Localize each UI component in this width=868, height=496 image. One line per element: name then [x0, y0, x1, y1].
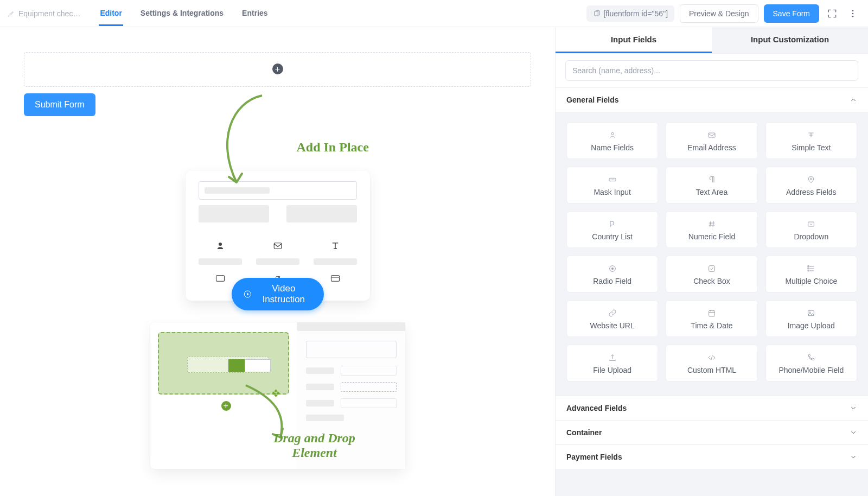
save-form-button[interactable]: Save Form	[764, 4, 819, 23]
field-tile-numeric[interactable]: Numeric Field	[666, 211, 757, 248]
more-vertical-icon	[848, 9, 858, 18]
image-icon	[769, 308, 853, 318]
fullscreen-button[interactable]	[825, 6, 840, 21]
field-tile-html[interactable]: Custom HTML	[666, 345, 757, 381]
checkbox-icon	[669, 264, 754, 274]
svg-rect-23	[808, 310, 814, 315]
user-icon	[215, 241, 225, 251]
field-tile-dropdown[interactable]: Dropdown	[765, 211, 857, 248]
fullscreen-icon	[827, 8, 838, 19]
illus-card-top: Video Instruction	[186, 170, 370, 301]
tab-input-customization[interactable]: Input Customization	[712, 27, 868, 53]
section-container-label: Container	[566, 428, 602, 437]
field-tile-label: Dropdown	[769, 232, 853, 241]
field-tile-url[interactable]: Website URL	[566, 300, 658, 337]
field-tile-label: Radio Field	[570, 277, 654, 285]
field-tile-timedate[interactable]: Time & Date	[666, 300, 757, 337]
general-fields-grid: Name FieldsEmail AddressSimple TextMask …	[556, 112, 868, 396]
svg-rect-4	[274, 243, 282, 249]
svg-rect-5	[216, 276, 224, 282]
tab-settings[interactable]: Settings & Integrations	[139, 1, 225, 26]
field-tile-image[interactable]: Image Upload	[765, 300, 857, 337]
email-icon	[669, 130, 754, 140]
field-tile-label: Image Upload	[769, 321, 853, 330]
field-tile-label: Country List	[570, 232, 654, 241]
drag-drop-label: Drag and Drop Element	[252, 431, 377, 460]
svg-rect-0	[594, 11, 597, 15]
field-tile-label: Numeric Field	[669, 232, 754, 241]
field-tile-text[interactable]: Simple Text	[765, 122, 857, 159]
svg-rect-6	[331, 276, 339, 282]
field-tile-label: Website URL	[570, 321, 654, 330]
url-icon	[570, 308, 654, 318]
svg-point-11	[610, 179, 611, 180]
field-tile-label: Text Area	[669, 188, 754, 196]
section-container[interactable]: Container	[556, 420, 868, 444]
illus-add-button: +	[220, 399, 233, 412]
field-tile-phone[interactable]: Phone/Mobile Field	[765, 345, 857, 381]
chevron-down-icon	[850, 453, 857, 461]
section-payment-label: Payment Fields	[566, 453, 622, 461]
svg-rect-15	[808, 222, 814, 226]
keyboard-icon	[215, 275, 225, 282]
tab-entries[interactable]: Entries	[241, 1, 269, 26]
field-tile-label: Time & Date	[669, 321, 754, 330]
svg-rect-19	[808, 266, 809, 267]
preview-design-button[interactable]: Preview & Design	[680, 4, 758, 23]
field-tile-email[interactable]: Email Address	[666, 122, 757, 159]
svg-point-3	[852, 15, 854, 17]
section-general-fields[interactable]: General Fields	[556, 88, 868, 112]
address-icon	[769, 175, 853, 185]
field-tile-label: Name Fields	[570, 143, 654, 152]
more-menu-button[interactable]	[845, 6, 860, 21]
empty-dropzone[interactable]	[24, 52, 531, 87]
section-advanced-label: Advanced Fields	[566, 404, 627, 412]
svg-rect-22	[709, 310, 715, 316]
submit-form-button[interactable]: Submit Form	[24, 93, 95, 116]
field-tile-label: File Upload	[570, 366, 654, 374]
search-fields-input[interactable]	[565, 60, 858, 81]
shortcode-display[interactable]: [fluentform id="56"]	[586, 5, 675, 22]
numeric-icon	[669, 219, 754, 229]
play-circle-icon	[244, 289, 252, 299]
svg-rect-21	[808, 270, 809, 271]
field-tile-textarea[interactable]: Text Area	[666, 167, 757, 204]
field-tile-file[interactable]: File Upload	[566, 345, 658, 381]
tab-input-fields[interactable]: Input Fields	[556, 27, 712, 53]
section-payment-fields[interactable]: Payment Fields	[556, 444, 868, 469]
field-tile-label: Mask Input	[570, 188, 654, 196]
field-tile-name[interactable]: Name Fields	[566, 122, 658, 159]
svg-point-13	[614, 179, 614, 180]
html-icon	[669, 353, 754, 363]
svg-point-12	[612, 179, 612, 180]
svg-rect-9	[709, 133, 715, 137]
field-tile-label: Address Fields	[769, 188, 853, 196]
right-sidebar: Input Fields Input Customization General…	[555, 27, 868, 496]
svg-rect-18	[709, 266, 715, 272]
text-icon	[769, 130, 853, 140]
field-tile-checkbox[interactable]: Check Box	[666, 256, 757, 292]
textarea-icon	[669, 175, 754, 185]
field-tile-multichoice[interactable]: Multiple Choice	[765, 256, 857, 292]
field-tile-country[interactable]: Country List	[566, 211, 658, 248]
multichoice-icon	[769, 264, 853, 274]
form-canvas: Submit Form Add In Place	[0, 27, 555, 496]
field-tile-radio[interactable]: Radio Field	[566, 256, 658, 292]
copy-icon	[593, 10, 601, 17]
name-icon	[570, 130, 654, 140]
country-icon	[570, 219, 654, 229]
field-tile-label: Email Address	[669, 143, 754, 152]
add-element-button[interactable]	[272, 63, 283, 74]
form-title[interactable]: Equipment chec…	[8, 9, 80, 18]
mail-icon	[273, 241, 283, 251]
field-tile-mask[interactable]: Mask Input	[566, 167, 658, 204]
section-advanced-fields[interactable]: Advanced Fields	[556, 396, 868, 420]
video-instruction-label: Video Instruction	[256, 283, 311, 305]
plus-icon	[275, 66, 280, 72]
radio-icon	[570, 264, 654, 274]
video-instruction-button[interactable]: Video Instruction	[232, 278, 324, 310]
tab-editor[interactable]: Editor	[99, 1, 123, 26]
field-tile-address[interactable]: Address Fields	[765, 167, 857, 204]
svg-point-14	[810, 178, 812, 180]
onboarding-illustration: Add In Place	[112, 116, 443, 469]
